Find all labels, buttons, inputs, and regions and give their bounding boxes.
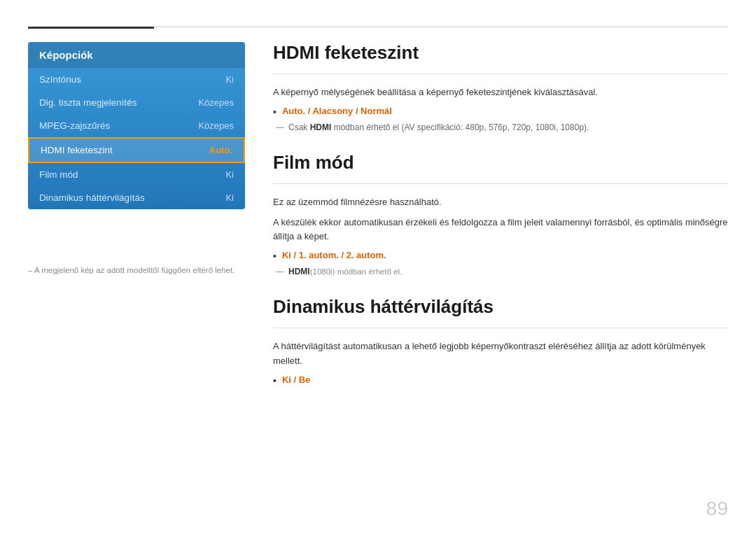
section-hdmi-desc: A képernyő mélységének beállítása a képe… xyxy=(273,85,728,100)
sidebar-item-value: Közepes xyxy=(198,120,234,131)
section-dinamikus-desc: A háttérvilágítást automatikusan a lehet… xyxy=(273,339,728,369)
section-dinamikus-bullet: Ki / Be xyxy=(273,374,728,388)
section-film-bullet: Ki / 1. autom. / 2. autom. xyxy=(273,250,728,264)
bullet-text-orange: Ki / Be xyxy=(282,374,310,385)
section-film: Film mód Ez az üzemmód filmnézésre haszn… xyxy=(273,152,728,276)
section-divider xyxy=(273,328,728,328)
sidebar-item-label: HDMI feketeszint xyxy=(41,145,113,155)
bullet-text-orange: Auto. / Alacsony / Normál xyxy=(282,106,392,116)
sidebar-item-value: Közepes xyxy=(198,97,234,108)
section-dinamikus: Dinamikus háttérvilágítás A háttérvilágí… xyxy=(273,296,728,388)
section-hdmi-title: HDMI feketeszint xyxy=(273,42,728,64)
sidebar-item-szintonus[interactable]: Színtónus Ki xyxy=(28,68,245,91)
sidebar-item-dig[interactable]: Dig. tiszta megjelenítés Közepes xyxy=(28,91,245,114)
sidebar-item-mpeg[interactable]: MPEG-zajszűrés Közepes xyxy=(28,114,245,137)
section-divider xyxy=(273,183,728,184)
sidebar-note: – A megjelenő kép az adott modelltől füg… xyxy=(28,266,234,274)
section-hdmi-dash: Csak HDMI módban érhető el (AV specifiká… xyxy=(273,122,728,132)
hdmi-bold: HDMI xyxy=(310,122,332,132)
section-film-title: Film mód xyxy=(273,152,728,174)
sidebar-item-value: Ki xyxy=(225,74,234,85)
section-film-desc1: Ez az üzemmód filmnézésre használható. xyxy=(273,195,728,210)
sidebar-item-value: Auto. xyxy=(209,145,232,155)
sidebar-menu: Képopciók Színtónus Ki Dig. tiszta megje… xyxy=(28,42,245,209)
section-hdmi-bullet: Auto. / Alacsony / Normál xyxy=(273,106,728,120)
sidebar-item-label: Film mód xyxy=(39,169,78,180)
section-film-dash: HDMI(1080i) módban érhető el. xyxy=(273,267,728,276)
section-divider xyxy=(273,73,728,74)
sidebar-title: Képopciók xyxy=(28,42,245,68)
section-film-desc2: A készülék ekkor automatikusan érzékeli … xyxy=(273,216,728,245)
hdmi-bold: HDMI xyxy=(288,267,310,276)
sidebar-item-hdmi[interactable]: HDMI feketeszint Auto. xyxy=(28,137,245,163)
top-accent-line xyxy=(28,27,154,29)
sidebar-item-dinamikus[interactable]: Dinamikus háttérvilágítás Ki xyxy=(28,186,245,209)
section-dinamikus-title: Dinamikus háttérvilágítás xyxy=(273,296,728,318)
sidebar-item-label: Dinamikus háttérvilágítás xyxy=(39,192,145,203)
dash-text: Csak HDMI módban érhető el (AV specifiká… xyxy=(288,122,589,132)
main-content: HDMI feketeszint A képernyő mélységének … xyxy=(273,42,728,506)
sidebar-item-film[interactable]: Film mód Ki xyxy=(28,163,245,186)
dash-small: (1080i) módban érhető el. xyxy=(310,267,402,276)
section-hdmi: HDMI feketeszint A képernyő mélységének … xyxy=(273,42,728,132)
sidebar-item-label: Dig. tiszta megjelenítés xyxy=(39,97,137,108)
sidebar-item-label: MPEG-zajszűrés xyxy=(39,120,110,131)
dash-text: HDMI(1080i) módban érhető el. xyxy=(288,267,402,276)
sidebar-item-label: Színtónus xyxy=(39,74,81,85)
sidebar-item-value: Ki xyxy=(225,169,234,180)
bullet-text-orange: Ki / 1. autom. / 2. autom. xyxy=(282,250,386,260)
sidebar-item-value: Ki xyxy=(225,192,234,203)
page-number: 89 xyxy=(706,498,728,520)
